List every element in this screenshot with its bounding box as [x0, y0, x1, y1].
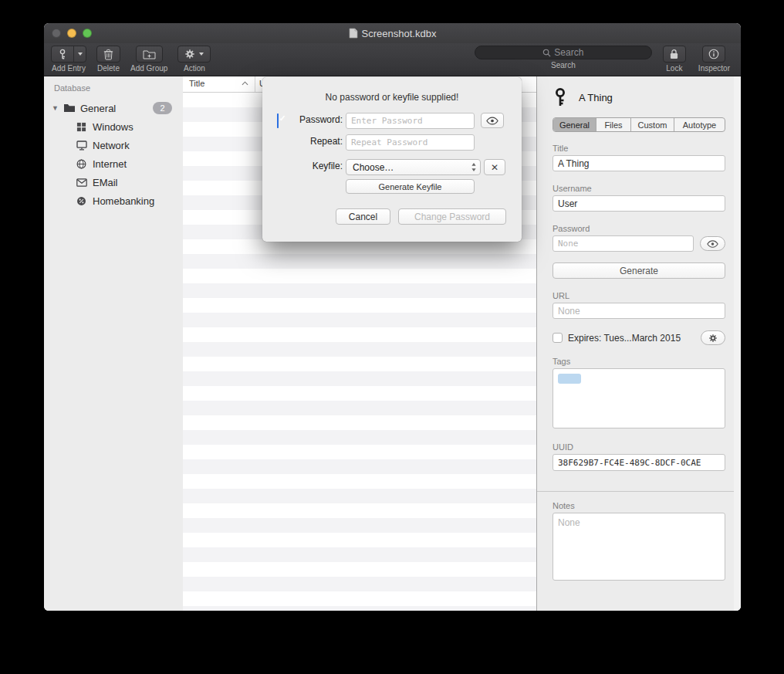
dialog-reveal-password-button[interactable]: [481, 113, 504, 128]
tab-custom[interactable]: Custom: [631, 118, 674, 131]
trash-icon: [103, 49, 113, 60]
sidebar-item-internet[interactable]: Internet: [44, 154, 183, 173]
envelope-icon: [75, 177, 88, 188]
search-icon: [542, 49, 551, 57]
tab-files[interactable]: Files: [596, 118, 631, 131]
windows-icon: [75, 121, 88, 133]
password-field-label: Password: [553, 224, 725, 233]
toolbar-label: Lock: [666, 64, 682, 73]
tags-box[interactable]: [553, 368, 725, 428]
toolbar-item-delete: Delete: [96, 46, 120, 73]
toolbar-item-add-group: Add Group: [130, 46, 167, 73]
lock-button[interactable]: [663, 46, 686, 63]
expires-row: Expires: Tues...March 2015: [553, 330, 725, 345]
sidebar-item-label: Network: [93, 140, 130, 151]
minimize-button[interactable]: [67, 29, 76, 38]
disclosure-triangle-icon[interactable]: ▼: [52, 104, 59, 112]
url-field-label: URL: [553, 291, 725, 300]
dialog-password-input[interactable]: [346, 113, 475, 129]
search-placeholder: Search: [554, 47, 583, 58]
expires-label: Expires: Tues...March 2015: [568, 333, 681, 344]
sidebar-item-label: Windows: [93, 121, 133, 133]
change-password-button[interactable]: Change Password: [398, 208, 506, 225]
title-bar: Screenshot.kdbx: [44, 23, 741, 43]
expires-checkbox[interactable]: [553, 333, 563, 343]
keyfile-popup[interactable]: Choose…: [346, 159, 481, 175]
sidebar-item-label: Homebanking: [93, 195, 154, 207]
count-badge: 2: [153, 102, 172, 114]
toolbar-label: Add Entry: [52, 64, 86, 73]
toolbar-label: Search: [551, 61, 576, 69]
password-field[interactable]: [553, 235, 694, 252]
sidebar: Database ▼ General 2 Windows Networ: [44, 76, 183, 611]
add-entry-button[interactable]: [51, 46, 86, 63]
sidebar-item-label: General: [80, 103, 116, 114]
add-group-button[interactable]: [136, 46, 163, 63]
app-window: Screenshot.kdbx Add Entry Delete Add Gro…: [44, 23, 741, 611]
change-password-dialog: No password or keyfile supplied! Passwor…: [262, 77, 522, 242]
expires-settings-button[interactable]: [701, 330, 725, 345]
inspector-scrollbar[interactable]: [734, 76, 741, 611]
toolbar-label: Add Group: [130, 64, 167, 73]
sidebar-item-label: EMail: [93, 177, 118, 188]
entry-header: A Thing: [553, 87, 725, 107]
inspector-button[interactable]: [702, 46, 725, 63]
toolbar-item-inspector: Inspector: [698, 46, 730, 73]
toolbar-item-search: Search Search: [475, 46, 652, 69]
chevron-down-icon[interactable]: [73, 46, 86, 62]
url-field[interactable]: [553, 303, 725, 319]
chevron-down-icon: [199, 52, 204, 56]
sidebar-item-network[interactable]: Network: [44, 136, 183, 154]
tags-label: Tags: [553, 357, 725, 366]
password-row: [553, 235, 725, 252]
sidebar-item-email[interactable]: EMail: [44, 173, 183, 191]
notes-label: Notes: [553, 501, 725, 510]
sidebar-header: Database: [44, 83, 183, 93]
dialog-password-label: Password:: [289, 114, 343, 125]
sidebar-item-general[interactable]: ▼ General 2: [44, 99, 183, 117]
uuid-field[interactable]: [553, 454, 725, 471]
toolbar: Add Entry Delete Add Group Action: [44, 43, 741, 76]
zoom-button[interactable]: [83, 29, 92, 38]
tab-general[interactable]: General: [553, 118, 596, 131]
key-icon: [553, 87, 568, 107]
dialog-repeat-label: Repeat:: [289, 136, 343, 147]
action-button[interactable]: [177, 46, 211, 63]
cancel-button[interactable]: Cancel: [336, 208, 390, 225]
toolbar-item-add-entry: Add Entry: [51, 46, 86, 73]
tag-pill[interactable]: [558, 374, 581, 384]
title-field[interactable]: [553, 155, 725, 171]
document-icon: [349, 28, 358, 39]
clear-keyfile-button[interactable]: ✕: [484, 159, 505, 175]
sidebar-item-homebanking[interactable]: Homebanking: [44, 191, 183, 210]
toolbar-right-group: Search Search Lock Inspector: [475, 46, 730, 73]
notes-field[interactable]: None: [553, 513, 725, 581]
toolbar-label: Action: [184, 64, 205, 73]
folder-plus-icon: [143, 49, 156, 59]
toolbar-label: Inspector: [698, 64, 730, 73]
tab-autotype[interactable]: Autotype: [674, 118, 725, 131]
column-divider[interactable]: [255, 76, 255, 92]
toolbar-item-action: Action: [177, 46, 211, 73]
search-input[interactable]: Search: [475, 46, 652, 59]
traffic-lights: [52, 29, 92, 38]
generate-password-button[interactable]: Generate: [553, 262, 725, 279]
dialog-repeat-input[interactable]: [346, 134, 475, 151]
dialog-message: No password or keyfile supplied!: [262, 92, 522, 103]
column-header-title[interactable]: Title: [189, 79, 204, 88]
reveal-password-button[interactable]: [700, 236, 725, 251]
sidebar-item-windows[interactable]: Windows: [44, 117, 183, 136]
username-field[interactable]: [553, 195, 725, 212]
popup-stepper-icon: [471, 162, 477, 172]
sidebar-item-label: Internet: [93, 158, 127, 170]
gear-icon: [708, 334, 718, 343]
inspector-panel: A Thing General Files Custom Autotype Ti…: [537, 76, 741, 611]
percent-coin-icon: [75, 195, 88, 207]
password-checkbox[interactable]: [277, 113, 279, 128]
eye-icon: [486, 117, 498, 125]
delete-button[interactable]: [96, 46, 120, 63]
generate-keyfile-button[interactable]: Generate Keyfile: [346, 179, 475, 194]
close-button[interactable]: [52, 29, 61, 38]
info-icon: [708, 49, 719, 59]
gear-icon: [184, 49, 195, 59]
